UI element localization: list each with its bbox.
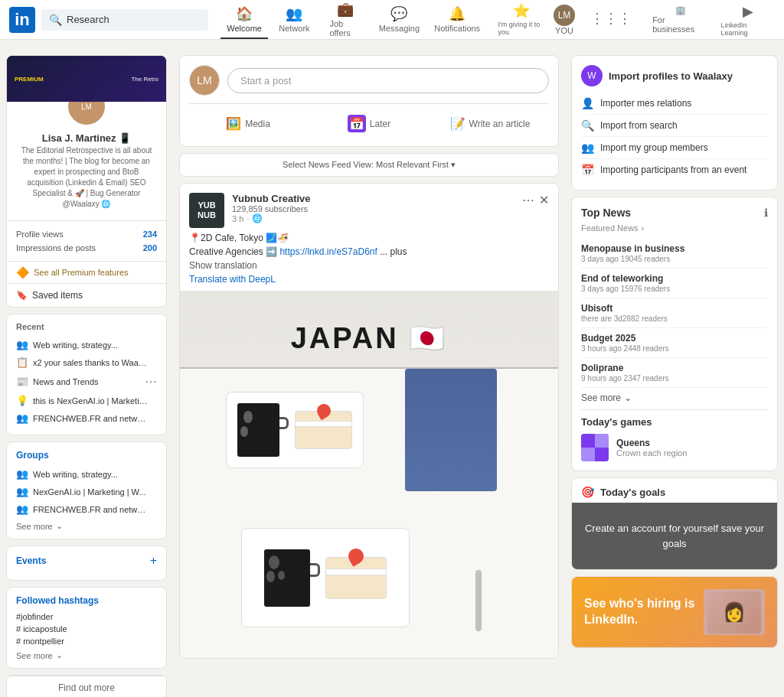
show-translation-link[interactable]: Show translation (189, 260, 549, 271)
recent-item-2[interactable]: 📰 News and Trends ⋯ (16, 371, 157, 392)
events-section: Events + (6, 546, 167, 581)
profile-card: PREMIUM The Retro LM Lisa J. Martinez 📱 … (6, 55, 167, 308)
groups-title-link[interactable]: Groups (16, 450, 157, 461)
premium-features-row[interactable]: 🔶 See all Premium features (7, 261, 166, 283)
feed-time: 3 h · 🌐 (232, 213, 514, 223)
cup-pattern-0 (269, 555, 279, 569)
feed-more-options-icon[interactable]: ⋯ (522, 193, 534, 207)
group-item-0[interactable]: 👥 Web writing, strategy... (16, 465, 157, 483)
hashtag-1[interactable]: # icicapostule (16, 623, 157, 635)
topnav-right: LM YOU ⋮⋮⋮ 🏢 For businesses ▶ LinkedIn L… (554, 3, 775, 37)
goals-body-text: Create an account for yourself save your… (584, 521, 765, 551)
news-item-3[interactable]: Budget 2025 3 hours ago 2448 readers (581, 328, 768, 358)
japan-scene: JAPAN 🇯🇵 (180, 291, 558, 658)
page-layout: PREMIUM The Retro LM Lisa J. Martinez 📱 … (0, 40, 784, 697)
news-icon-2: 📰 (16, 376, 28, 387)
japan-flag-icon: 🇯🇵 (409, 322, 447, 354)
news-item-0[interactable]: Menopause in business 3 days ago 19045 r… (581, 239, 768, 269)
person-icon-0: 👤 (581, 97, 594, 109)
events-title-link[interactable]: Events (16, 555, 46, 566)
person-icon: 👩 (723, 601, 746, 623)
feed-close-icon[interactable]: ✕ (539, 193, 549, 207)
star-icon: ⭐ (513, 2, 530, 19)
news-see-more[interactable]: See more ⌄ (581, 392, 768, 403)
queens-game-item[interactable]: Queens Crown each region (581, 434, 768, 461)
nav-item-giving[interactable]: ⭐ I'm giving it to you (488, 0, 554, 42)
group-item-1[interactable]: 👥 NexGenAI.io | Marketing | W... (16, 483, 157, 500)
find-out-more-button[interactable]: Find out more (7, 676, 166, 697)
profile-name[interactable]: Lisa J. Martinez 📱 (16, 132, 157, 144)
search-box[interactable]: 🔍 (41, 9, 208, 31)
strawberry-top (314, 402, 333, 421)
stat-row-impressions[interactable]: Impressions de posts 200 (16, 241, 157, 255)
hashtag-2[interactable]: # montpellier (16, 635, 157, 647)
translate-deepl-link[interactable]: Translate with DeepL (189, 274, 549, 285)
nav-item-jobs[interactable]: 💼 Job offers (320, 0, 370, 44)
info-icon[interactable]: ℹ (764, 207, 768, 219)
find-out-more-card: Find out more (6, 675, 167, 697)
recent-item-3[interactable]: 💡 this is NexGenAI.io | Marketing I W... (16, 392, 157, 409)
you-menu[interactable]: LM YOU (554, 5, 575, 35)
media-button[interactable]: 🖼️ Media (189, 110, 307, 137)
hiring-card[interactable]: See who's hiring is LinkedIn. 👩 (571, 576, 778, 648)
waalaxy-menu-groups[interactable]: 👥 Import my group members (581, 137, 768, 159)
featured-news-label: Featured News › (581, 223, 768, 233)
news-item-1[interactable]: End of teleworking 3 days ago 15976 read… (581, 269, 768, 298)
group-icon-2: 👥 (16, 503, 28, 515)
chevron-down-icon: ⌄ (56, 521, 63, 531)
plate-bottom (241, 528, 410, 627)
start-post-input[interactable]: Start a post (227, 68, 549, 93)
nav-item-grid[interactable]: ⋮⋮⋮ (581, 5, 640, 34)
recent-title: Recent (16, 322, 157, 331)
goals-title: Today's goals (600, 487, 665, 498)
feed-link[interactable]: https://lnkd.in/eS7aD6nf (279, 246, 377, 257)
search-input[interactable] (67, 14, 201, 25)
people-icon-4: 👥 (16, 412, 28, 424)
waalaxy-menu-search[interactable]: 🔍 Import from search (581, 115, 768, 137)
news-item-4[interactable]: Doliprane 9 hours ago 2347 readers (581, 358, 768, 388)
nav-item-notifications[interactable]: 🔔 Notifications (429, 1, 486, 39)
later-button[interactable]: 📅 Later (310, 110, 428, 137)
waalaxy-icon: W (581, 65, 603, 86)
nav-item-network[interactable]: 👥 Network (271, 1, 317, 39)
people-icon-right: 👥 (581, 142, 594, 154)
hashtag-0[interactable]: #jobfinder (16, 611, 157, 623)
coffee-mug-top (237, 403, 279, 457)
feed-channel-name[interactable]: Yubnub Creative (232, 193, 514, 204)
events-header: Events + (16, 554, 157, 568)
recent-item-1[interactable]: 📋 x2 your sales thanks to Waala... (16, 353, 157, 371)
saved-items-row[interactable]: 🔖 Saved items (7, 283, 166, 307)
write-article-button[interactable]: 📝 Write an article (431, 110, 549, 137)
article-icon: 📝 (450, 116, 466, 131)
recent-item-4[interactable]: 👥 FRENCHWEB.FR and network ... (16, 409, 157, 427)
building-icon: 🏢 (675, 5, 686, 15)
feed-channel-info: Yubnub Creative 129,859 subscribers 3 h … (232, 193, 514, 223)
nav-item-businesses[interactable]: 🏢 For businesses (646, 5, 714, 34)
more-options-icon[interactable]: ⋯ (145, 374, 157, 389)
bell-icon: 🔔 (449, 5, 466, 22)
groups-see-more[interactable]: See more ⌄ (16, 521, 157, 531)
nav-item-linkedin-learning[interactable]: ▶ LinkedIn Learning (721, 3, 775, 37)
feed-card-header: YUBNUB Yubnub Creative 129,859 subscribe… (180, 184, 558, 233)
post-actions: 🖼️ Media 📅 Later 📝 Write an article (189, 103, 549, 137)
waalaxy-menu-relations[interactable]: 👤 Importer mes relations (581, 93, 768, 115)
news-item-2[interactable]: Ubisoft there are 3d2882 readers (581, 298, 768, 328)
sidebar-right: W Import profiles to Waalaxy 👤 Importer … (571, 55, 778, 697)
news-feed-bar[interactable]: Select News Feed View: Most Relevant Fir… (179, 153, 559, 177)
chevron-down-icon-news: ⌄ (624, 392, 632, 403)
stat-row-views[interactable]: Profile views 234 (16, 227, 157, 241)
top-navigation: in 🔍 🏠 Welcome 👥 Network 💼 Job offers 💬 … (0, 0, 784, 40)
recent-item-0[interactable]: 👥 Web writing, strategy... (16, 336, 157, 353)
add-event-button[interactable]: + (150, 554, 157, 568)
nav-item-welcome[interactable]: 🏠 Welcome (220, 1, 269, 39)
waalaxy-menu-events[interactable]: 📅 Importing participants from an event (581, 159, 768, 181)
group-item-2[interactable]: 👥 FRENCHWEB.FR and network ... (16, 500, 157, 518)
nav-item-messaging[interactable]: 💬 Messaging (373, 1, 426, 39)
linkedin-logo[interactable]: in (9, 7, 35, 33)
waalaxy-header: W Import profiles to Waalaxy (581, 65, 768, 86)
mug-pattern-0 (243, 411, 253, 423)
calendar-icon-right: 📅 (581, 164, 594, 176)
today-games-title: Today's games (581, 416, 768, 428)
hashtags-title-link[interactable]: Followed hashtags (16, 595, 157, 606)
hashtags-see-more[interactable]: See more ⌄ (16, 650, 157, 660)
